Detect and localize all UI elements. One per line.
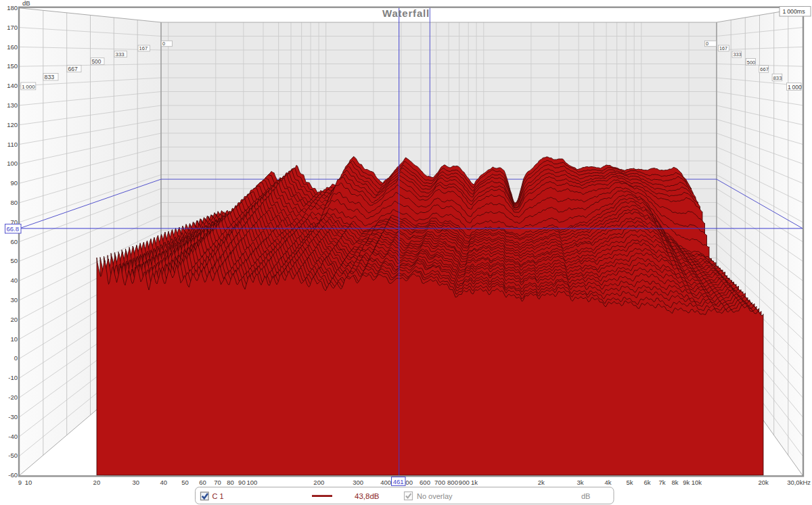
svg-text:100: 100 xyxy=(246,479,257,486)
svg-text:80: 80 xyxy=(10,199,18,206)
svg-text:9k: 9k xyxy=(683,479,690,486)
svg-text:800: 800 xyxy=(447,479,458,486)
svg-text:90: 90 xyxy=(10,179,18,187)
svg-text:200: 200 xyxy=(313,479,324,486)
svg-text:90: 90 xyxy=(238,479,246,486)
svg-text:10k: 10k xyxy=(692,479,702,486)
svg-text:300: 300 xyxy=(353,479,363,486)
svg-text:70: 70 xyxy=(214,479,221,486)
svg-text:100: 100 xyxy=(7,160,18,167)
svg-text:7k: 7k xyxy=(658,479,665,486)
svg-text:0: 0 xyxy=(706,41,708,47)
svg-text:No overlay: No overlay xyxy=(417,492,453,500)
svg-text:833: 833 xyxy=(45,74,55,80)
svg-text:C 1: C 1 xyxy=(212,492,224,500)
svg-text:600: 600 xyxy=(420,479,430,486)
svg-text:160: 160 xyxy=(7,43,18,51)
svg-text:400: 400 xyxy=(380,479,391,486)
svg-text:10: 10 xyxy=(10,335,18,343)
svg-text:167: 167 xyxy=(139,45,148,51)
svg-text:1 000ms: 1 000ms xyxy=(783,8,806,15)
svg-text:0: 0 xyxy=(162,41,165,47)
svg-text:60: 60 xyxy=(199,479,206,486)
svg-text:700: 700 xyxy=(434,479,445,486)
svg-text:0: 0 xyxy=(14,354,18,362)
svg-text:40: 40 xyxy=(10,276,18,284)
svg-text:140: 140 xyxy=(7,82,18,89)
svg-text:500: 500 xyxy=(92,58,102,65)
svg-text:-50: -50 xyxy=(8,452,18,459)
svg-text:8k: 8k xyxy=(671,479,678,486)
svg-text:833: 833 xyxy=(773,75,782,81)
svg-text:333: 333 xyxy=(734,51,742,57)
svg-text:2k: 2k xyxy=(538,479,545,486)
svg-text:120: 120 xyxy=(7,121,18,128)
svg-text:4k: 4k xyxy=(605,479,612,486)
svg-text:-40: -40 xyxy=(8,433,18,440)
svg-text:-10: -10 xyxy=(8,374,18,381)
svg-text:110: 110 xyxy=(7,141,18,148)
svg-text:9: 9 xyxy=(18,479,22,486)
svg-text:20: 20 xyxy=(10,316,18,323)
svg-text:-60: -60 xyxy=(8,471,18,479)
svg-text:1k: 1k xyxy=(471,479,478,486)
svg-text:Waterfall: Waterfall xyxy=(382,7,430,19)
svg-text:30: 30 xyxy=(132,479,139,486)
svg-text:180: 180 xyxy=(7,4,18,11)
svg-text:dB: dB xyxy=(581,492,590,500)
svg-text:3k: 3k xyxy=(577,479,584,486)
svg-text:30,0kHz: 30,0kHz xyxy=(787,479,811,486)
svg-text:5k: 5k xyxy=(626,479,633,486)
svg-text:333: 333 xyxy=(116,51,125,57)
svg-text:667: 667 xyxy=(760,66,769,72)
svg-text:50: 50 xyxy=(181,479,189,486)
svg-text:170: 170 xyxy=(7,24,18,31)
svg-text:6k: 6k xyxy=(644,479,650,486)
svg-text:30: 30 xyxy=(10,296,18,304)
svg-text:40: 40 xyxy=(160,479,168,486)
svg-text:80: 80 xyxy=(227,479,234,486)
svg-text:461: 461 xyxy=(393,478,404,485)
svg-text:20k: 20k xyxy=(759,479,769,486)
svg-text:10: 10 xyxy=(25,479,32,486)
svg-text:43,8dB: 43,8dB xyxy=(355,492,380,500)
svg-text:20: 20 xyxy=(93,479,101,486)
svg-text:130: 130 xyxy=(7,101,18,109)
svg-text:1 000: 1 000 xyxy=(22,84,35,90)
svg-text:667: 667 xyxy=(68,66,78,72)
svg-text:-20: -20 xyxy=(8,393,18,401)
svg-text:60: 60 xyxy=(10,238,18,245)
svg-text:dB: dB xyxy=(22,0,30,7)
svg-text:150: 150 xyxy=(7,62,18,70)
svg-text:500: 500 xyxy=(747,59,755,66)
svg-text:-30: -30 xyxy=(8,413,18,420)
svg-text:66.8: 66.8 xyxy=(7,225,20,233)
svg-text:167: 167 xyxy=(719,45,727,51)
svg-text:1 000: 1 000 xyxy=(788,84,802,91)
svg-text:50: 50 xyxy=(10,257,18,264)
svg-text:900: 900 xyxy=(459,479,470,486)
